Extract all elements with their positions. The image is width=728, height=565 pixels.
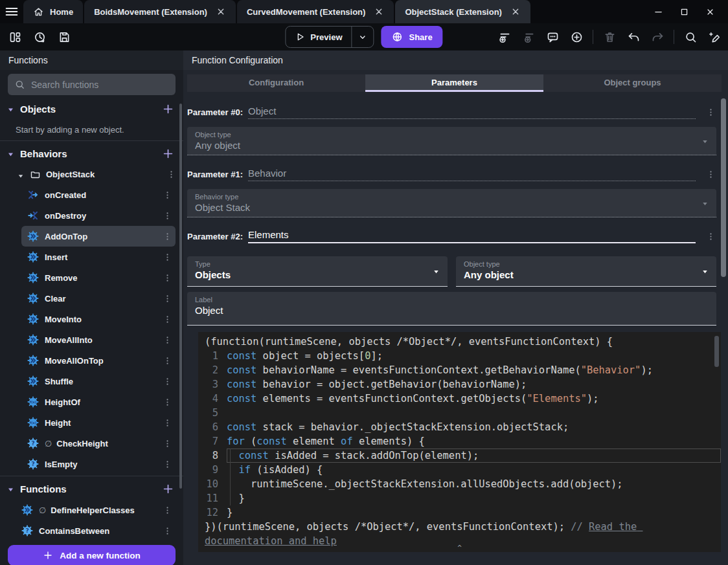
kebab-menu-icon[interactable] <box>161 396 173 408</box>
add-comment-icon[interactable] <box>543 27 562 47</box>
dropdown-arrow-icon[interactable] <box>701 137 709 145</box>
close-tab-icon[interactable] <box>216 6 226 17</box>
field-label[interactable]: LabelObject <box>187 292 716 326</box>
code-line[interactable]: 5 <box>198 406 721 420</box>
add-event-icon[interactable] <box>495 27 514 47</box>
hamburger-menu-icon[interactable] <box>0 0 23 23</box>
code-line[interactable]: 9 if (isAdded) { <box>198 463 721 477</box>
kebab-menu-icon[interactable] <box>161 230 173 242</box>
dropdown-arrow-icon[interactable] <box>701 199 709 207</box>
sidebar-item-oncreated[interactable]: onCreated <box>21 184 176 205</box>
tab-home[interactable]: Home <box>23 0 83 23</box>
tab-parameters[interactable]: Parameters <box>365 74 543 92</box>
kebab-menu-icon[interactable] <box>705 168 716 180</box>
dropdown-behavior-type[interactable]: Behavior typeObject Stack <box>187 189 716 217</box>
sidebar-item-heightof[interactable]: f(x)HeightOf <box>21 392 176 412</box>
tab-object-groups[interactable]: Object groups <box>543 74 722 92</box>
sidebar-item-moveallinto[interactable]: MoveAllInto <box>21 329 176 350</box>
sidebar-item-clear[interactable]: Clear <box>21 288 176 309</box>
caret-down-icon[interactable] <box>6 105 15 113</box>
code-line[interactable]: 2const behaviorName = eventsFunctionCont… <box>198 363 721 377</box>
close-window-icon[interactable] <box>697 2 723 21</box>
sidebar-item-addontop[interactable]: AddOnTop <box>21 226 176 247</box>
save-icon[interactable] <box>54 27 74 47</box>
add-behaviors-icon[interactable] <box>162 148 174 160</box>
add-new-function-button[interactable]: Add a new function <box>8 545 176 565</box>
main-scrollbar[interactable] <box>721 98 726 277</box>
kebab-menu-icon[interactable] <box>161 458 173 470</box>
code-line[interactable]: 7for (const element of elements) { <box>198 434 721 449</box>
behavior-folder-objectstack[interactable]: ObjectStack <box>0 164 183 184</box>
sidebar-item-moveallontop[interactable]: MoveAllOnTop <box>21 350 176 371</box>
maximize-window-icon[interactable] <box>671 2 697 21</box>
add-objects-icon[interactable] <box>162 103 174 115</box>
caret-down-icon[interactable] <box>6 485 15 493</box>
sidebar-item-remove[interactable]: Remove <box>21 267 176 288</box>
chevron-down-icon[interactable] <box>352 32 374 42</box>
caret-down-icon[interactable] <box>17 171 25 179</box>
sidebar-item-height[interactable]: f(x)Height <box>21 412 176 433</box>
kebab-menu-icon[interactable] <box>161 438 173 449</box>
editor-scrollbar[interactable] <box>714 336 719 367</box>
kebab-menu-icon[interactable] <box>161 293 173 304</box>
code-line[interactable]: 3const behavior = object.getBehavior(beh… <box>198 377 721 392</box>
undo-icon[interactable] <box>624 27 643 47</box>
add-functions-icon[interactable] <box>162 483 174 495</box>
caret-down-icon[interactable] <box>6 150 15 158</box>
sidebar-item-containsbetween[interactable]: ?ContainsBetween <box>16 520 176 541</box>
history-icon[interactable] <box>30 27 49 47</box>
kebab-menu-icon[interactable] <box>161 272 173 283</box>
search-box[interactable] <box>8 74 176 95</box>
sidebar-item-ondestroy[interactable]: onDestroy <box>21 205 176 226</box>
sidebar-item-insert[interactable]: Insert <box>21 247 176 267</box>
dropdown-object-type[interactable]: Object typeAny object <box>187 127 716 155</box>
code-line[interactable]: 6const stack = behavior._objectStackExte… <box>198 420 721 434</box>
kebab-menu-icon[interactable] <box>705 230 716 242</box>
parameter-name-input[interactable]: Behavior <box>248 168 696 181</box>
sidebar-item-shuffle[interactable]: Shuffle <box>21 371 176 392</box>
editor-resize-caret[interactable]: ^ <box>457 545 462 551</box>
parameter-name-input[interactable]: Object <box>248 105 696 119</box>
parameter-name-input[interactable]: Elements <box>248 229 696 243</box>
dropdown-type[interactable]: TypeObjects <box>187 256 448 287</box>
section-header-functions[interactable]: Functions <box>0 478 183 500</box>
code-line[interactable]: 8 const isAdded = stack.addOnTop(element… <box>198 449 721 463</box>
tab-boidsmovement-extension-[interactable]: BoidsMovement (Extension) <box>84 0 236 23</box>
section-header-behaviors[interactable]: Behaviors <box>0 142 183 164</box>
kebab-menu-icon[interactable] <box>161 251 173 263</box>
sidebar-item-definehelperclasses[interactable]: ∅DefineHelperClasses <box>16 500 176 520</box>
kebab-menu-icon[interactable] <box>165 169 177 181</box>
kebab-menu-icon[interactable] <box>705 106 716 118</box>
kebab-menu-icon[interactable] <box>161 189 173 201</box>
kebab-menu-icon[interactable] <box>161 313 173 325</box>
close-tab-icon[interactable] <box>510 6 521 17</box>
project-manager-icon[interactable] <box>5 27 25 47</box>
kebab-menu-icon[interactable] <box>161 210 173 221</box>
code-line[interactable]: 4const elements = eventsFunctionContext.… <box>198 392 721 406</box>
tab-objectstack-extension-[interactable]: ObjectStack (Extension) <box>395 0 530 23</box>
section-header-objects[interactable]: Objects <box>0 98 183 120</box>
preview-button[interactable]: Preview <box>285 26 374 48</box>
sidebar-item-moveinto[interactable]: MoveInto <box>21 309 176 329</box>
kebab-menu-icon[interactable] <box>161 375 173 387</box>
minimize-window-icon[interactable] <box>645 2 671 21</box>
edit-magic-icon[interactable] <box>705 27 724 47</box>
kebab-menu-icon[interactable] <box>161 334 173 346</box>
dropdown-arrow-icon[interactable] <box>701 267 709 276</box>
sidebar-item-checkheight[interactable]: ?∅CheckHeight <box>21 433 176 454</box>
kebab-menu-icon[interactable] <box>161 525 173 537</box>
search-icon[interactable] <box>681 27 700 47</box>
tab-curvedmovement-extension-[interactable]: CurvedMovement (Extension) <box>237 0 394 23</box>
kebab-menu-icon[interactable] <box>161 355 173 366</box>
code-line[interactable]: 1const object = objects[0]; <box>198 349 721 363</box>
search-input[interactable] <box>31 80 169 90</box>
sidebar-item-isempty[interactable]: ?IsEmpty <box>21 454 176 474</box>
close-tab-icon[interactable] <box>374 6 384 17</box>
kebab-menu-icon[interactable] <box>161 417 173 428</box>
code-editor[interactable]: (function(runtimeScene, objects /*Object… <box>198 332 721 552</box>
code-line[interactable]: 12} <box>198 505 721 520</box>
code-line[interactable]: 10 runtimeScene._objectStackExtension.al… <box>198 477 721 491</box>
sidebar-scrollbar[interactable] <box>179 104 182 489</box>
tab-configuration[interactable]: Configuration <box>187 74 365 92</box>
add-other-events-icon[interactable] <box>567 27 586 47</box>
